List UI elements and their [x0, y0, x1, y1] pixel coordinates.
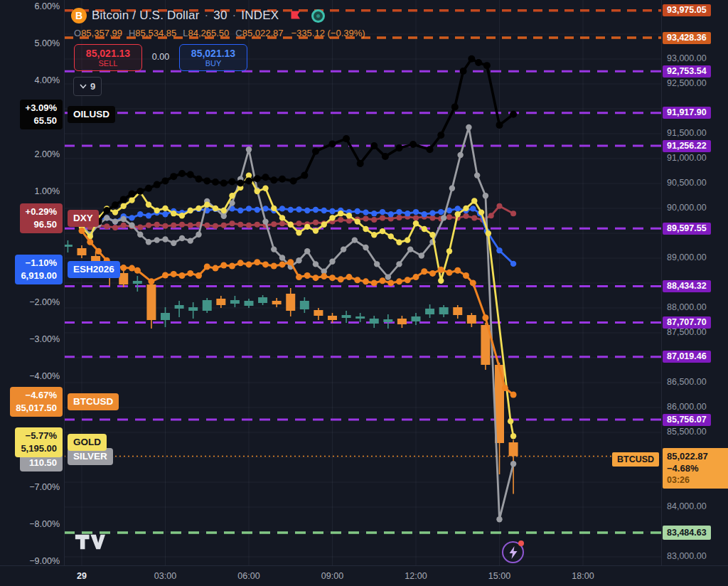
- series-dot-OILUSD: [460, 68, 467, 75]
- series-dot-ESH2026: [380, 209, 385, 215]
- candle-body[interactable]: [245, 301, 254, 306]
- candle-body[interactable]: [439, 307, 449, 314]
- series-dot-DXY: [246, 223, 252, 228]
- series-dot-GOLD: [471, 198, 477, 203]
- series-dot-BTCUSD: [396, 278, 402, 284]
- series-dot-GOLD: [255, 188, 260, 194]
- series-dot-DXY: [163, 223, 168, 229]
- series-dot-DXY: [313, 220, 318, 225]
- symbol-title[interactable]: Bitcoin / U.S. Dollar: [92, 9, 200, 23]
- candle-body[interactable]: [467, 315, 476, 324]
- series-dot-OILUSD: [290, 177, 297, 184]
- price-label: 92,500.00: [667, 78, 707, 88]
- candle-body[interactable]: [412, 316, 421, 321]
- series-dot-ESH2026: [255, 207, 260, 213]
- series-dot-BTCUSD: [438, 267, 444, 273]
- candle-body[interactable]: [370, 319, 379, 324]
- series-dot-DXY: [279, 220, 285, 226]
- series-dot-ESH2026: [470, 206, 476, 211]
- series-dot-DXY: [213, 223, 218, 229]
- price-chart[interactable]: [0, 0, 728, 565]
- interval-label[interactable]: 30: [213, 9, 227, 23]
- series-dot-OILUSD: [396, 144, 403, 151]
- series-dot-BTCUSD: [187, 270, 193, 277]
- series-dot-SILVER: [137, 232, 143, 238]
- series-dot-GOLD: [279, 215, 285, 220]
- candle-body[interactable]: [328, 316, 337, 320]
- series-dot-BTCUSD: [446, 270, 453, 276]
- time-label: 03:00: [154, 571, 176, 581]
- series-dot-BTCUSD: [162, 272, 168, 279]
- candle-body[interactable]: [216, 299, 225, 305]
- series-dot-BTCUSD: [237, 260, 244, 266]
- open-value: 85,357.99: [81, 28, 122, 38]
- symbol-chip-btcusd[interactable]: BTCUSD: [68, 393, 119, 410]
- series-dot-GOLD: [438, 278, 444, 284]
- time-label: 15:00: [488, 571, 510, 581]
- candle-body[interactable]: [161, 313, 170, 320]
- sell-button[interactable]: 85,021.13 SELL: [74, 44, 142, 71]
- series-dot-ESH2026: [355, 208, 360, 214]
- symbol-chip-gold[interactable]: GOLD: [68, 434, 107, 451]
- purple-level-badge: 87,019.46: [663, 351, 711, 363]
- candle-body[interactable]: [272, 301, 282, 304]
- percent-label: −8.00%: [29, 519, 60, 529]
- percent-label: 2.00%: [35, 149, 60, 159]
- series-dot-GOLD: [413, 220, 419, 226]
- candle-body[interactable]: [397, 319, 407, 324]
- high-label: H: [129, 28, 135, 38]
- series-dot-SILVER: [466, 124, 471, 130]
- series-dot-ESH2026: [304, 208, 310, 213]
- candle-body[interactable]: [425, 309, 434, 314]
- series-dot-SILVER: [221, 213, 227, 219]
- series-dot-ESH2026: [279, 206, 285, 211]
- flag-icon[interactable]: [289, 9, 303, 23]
- price-label: 93,000.00: [667, 53, 707, 63]
- candle-body[interactable]: [300, 301, 309, 309]
- series-dot-BTCUSD: [502, 385, 508, 391]
- candle-body[interactable]: [188, 307, 198, 311]
- time-axis[interactable]: 2903:0006:0009:0012:0015:0018:00: [0, 565, 728, 586]
- candle-body[interactable]: [383, 319, 392, 322]
- candle-body[interactable]: [286, 294, 295, 311]
- series-dot-GOLD: [463, 206, 469, 211]
- candle-body[interactable]: [342, 315, 351, 318]
- series-dot-SILVER: [179, 235, 185, 241]
- candle-body[interactable]: [314, 310, 323, 316]
- candle-body[interactable]: [355, 316, 365, 319]
- series-dot-DXY: [121, 223, 127, 228]
- candle-body[interactable]: [453, 307, 462, 315]
- series-dot-OILUSD: [203, 177, 210, 184]
- candle-body[interactable]: [258, 297, 267, 303]
- series-dot-SILVER: [419, 252, 424, 258]
- price-label: 84,000.00: [667, 501, 707, 511]
- symbol-chip-dxy[interactable]: DXY: [68, 210, 99, 227]
- title-separator: ·: [232, 9, 237, 23]
- series-dot-SILVER: [146, 239, 151, 245]
- candle-body[interactable]: [119, 273, 128, 284]
- candle-body[interactable]: [230, 300, 240, 304]
- series-dot-BTCUSD: [463, 272, 469, 279]
- candle-body[interactable]: [133, 281, 142, 284]
- series-dot-OILUSD: [136, 188, 144, 195]
- percent-label: 5.00%: [35, 38, 60, 48]
- spread-value: 0.00: [142, 52, 179, 62]
- candle-body[interactable]: [175, 305, 184, 309]
- candle-body[interactable]: [509, 442, 518, 456]
- market-status-dot-icon[interactable]: [311, 9, 325, 23]
- change-value: −335.12 (−0.39%): [291, 28, 365, 38]
- series-dot-ESH2026: [413, 209, 419, 215]
- symbol-chip-oilusd[interactable]: OILUSD: [68, 106, 115, 123]
- candle-body[interactable]: [77, 248, 87, 255]
- buy-button[interactable]: 85,021.13 BUY: [179, 44, 247, 71]
- symbol-title-row[interactable]: Bitcoin / U.S. Dollar · 30 · INDEX: [71, 7, 325, 24]
- symbol-chip-esh2026[interactable]: ESH2026: [68, 261, 120, 278]
- series-dot-BTCUSD: [134, 267, 141, 274]
- market-label[interactable]: INDEX: [241, 9, 279, 23]
- collapse-symbols-button[interactable]: 9: [73, 77, 102, 96]
- candle-body[interactable]: [146, 284, 156, 320]
- lightning-icon[interactable]: [502, 541, 524, 563]
- candle-body[interactable]: [203, 300, 212, 311]
- percent-label: −4.00%: [29, 371, 60, 381]
- series-dot-SILVER: [129, 223, 134, 228]
